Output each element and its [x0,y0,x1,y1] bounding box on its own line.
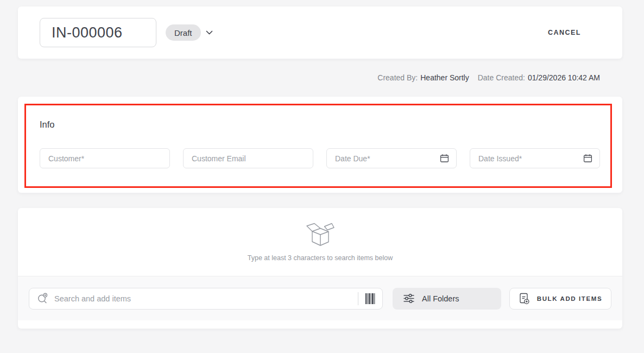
barcode-scan-button[interactable] [365,293,376,304]
date-due-field[interactable]: Date Due* [326,148,457,168]
items-empty-state: Type at least 3 characters to search ite… [18,208,622,276]
filter-sliders-icon [403,294,414,303]
customer-email-input[interactable] [192,149,306,168]
created-by-value: Heather Sortly [420,73,469,82]
created-by-label: Created By: [377,73,418,82]
item-search-toolbar: All Folders BULK ADD ITEMS [18,276,622,320]
search-add-icon [37,293,48,304]
calendar-icon[interactable] [583,154,592,163]
invoice-number-input[interactable] [40,18,156,47]
items-card: Type at least 3 characters to search ite… [18,208,622,329]
status-badge[interactable]: Draft [166,24,201,41]
search-box-divider [358,292,358,305]
search-items-input[interactable] [54,294,358,303]
calendar-icon[interactable] [440,154,449,163]
chevron-down-icon[interactable] [206,30,213,35]
info-fields-row: Date Due* Date Issued* [40,148,600,168]
search-hint-text: Type at least 3 characters to search ite… [248,254,393,262]
cancel-button[interactable]: CANCEL [548,29,581,36]
info-section-title: Info [40,119,55,130]
all-folders-button[interactable]: All Folders [393,288,501,310]
customer-field[interactable] [40,148,170,168]
open-box-icon [305,208,336,249]
invoice-editor-page: { "header": { "invoice_number": "IN-0000… [0,0,644,353]
bulk-add-items-button[interactable]: BULK ADD ITEMS [509,288,611,310]
date-created-label: Date Created: [478,73,525,82]
creation-meta: Created By: Heather Sortly Date Created:… [377,73,600,82]
all-folders-label: All Folders [422,294,459,303]
barcode-icon [365,293,376,304]
customer-input[interactable] [48,149,162,168]
status-badge-label: Draft [174,28,192,37]
info-card: Info Date Due* Date Issued* [18,97,622,193]
customer-email-field[interactable] [183,148,313,168]
date-issued-placeholder: Date Issued* [478,154,522,163]
item-search-box[interactable] [29,288,383,310]
date-due-placeholder: Date Due* [335,154,370,163]
bulk-add-items-label: BULK ADD ITEMS [537,295,602,302]
invoice-header-card: Draft CANCEL [18,7,622,59]
document-add-icon [519,293,530,305]
date-issued-field[interactable]: Date Issued* [470,148,600,168]
red-highlight-annotation [24,104,612,188]
date-created-value: 01/29/2026 10:42 AM [528,73,600,82]
